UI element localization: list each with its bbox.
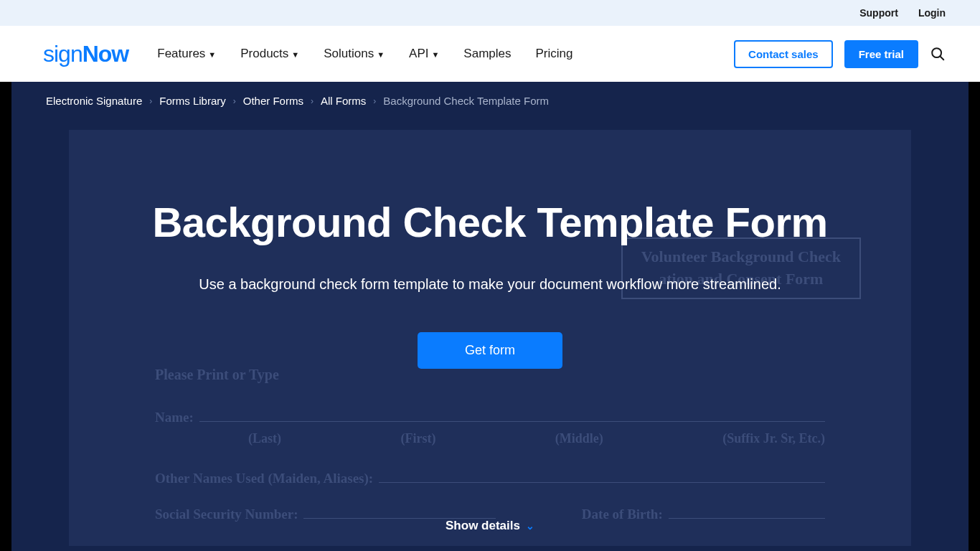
bgdoc-suffix: (Suffix Jr. Sr, Etc.) <box>722 431 825 446</box>
chevron-right-icon: › <box>311 96 314 106</box>
show-details-label: Show details <box>446 519 520 533</box>
logo-text-a: sign <box>43 41 83 67</box>
bgdoc-other-names-row: Other Names Used (Maiden, Aliases): <box>155 471 825 486</box>
bgdoc-name-row: Name: <box>155 410 825 425</box>
utility-topbar: Support Login <box>0 0 980 26</box>
chevron-down-icon: ⌄ <box>526 520 534 532</box>
free-trial-button[interactable]: Free trial <box>844 40 918 68</box>
chevron-down-icon: ▼ <box>208 50 216 59</box>
crumb-forms-library[interactable]: Forms Library <box>159 95 226 107</box>
bgdoc-last: (Last) <box>248 431 281 446</box>
nav-label: Samples <box>463 47 511 61</box>
nav-features[interactable]: Features▼ <box>157 47 216 61</box>
chevron-right-icon: › <box>373 96 376 106</box>
chevron-down-icon: ▼ <box>377 50 385 59</box>
bgdoc-line <box>669 512 825 519</box>
main-navbar: signNow Features▼ Products▼ Solutions▼ A… <box>0 26 980 82</box>
get-form-button[interactable]: Get form <box>418 332 562 369</box>
breadcrumb: Electronic Signature› Forms Library› Oth… <box>11 82 969 107</box>
crumb-current: Background Check Template Form <box>383 95 549 107</box>
nav-pricing[interactable]: Pricing <box>535 47 573 61</box>
crumb-electronic-signature[interactable]: Electronic Signature <box>46 95 142 107</box>
bgdoc-other-names-label: Other Names Used (Maiden, Aliases): <box>155 471 373 486</box>
search-icon[interactable] <box>930 46 946 62</box>
nav-products[interactable]: Products▼ <box>240 47 299 61</box>
nav-samples[interactable]: Samples <box>463 47 511 61</box>
hero-content: Background Check Template Form Use a bac… <box>69 130 911 369</box>
show-details-row: Show details ⌄ <box>69 519 911 533</box>
bgdoc-middle: (Middle) <box>555 431 603 446</box>
crumb-other-forms[interactable]: Other Forms <box>243 95 303 107</box>
nav-right-cluster: Contact sales Free trial <box>734 40 946 68</box>
crumb-all-forms[interactable]: All Forms <box>321 95 366 107</box>
nav-label: Pricing <box>535 47 573 61</box>
show-details-link[interactable]: Show details ⌄ <box>446 519 534 533</box>
bgdoc-name-label: Name: <box>155 410 194 425</box>
chevron-right-icon: › <box>149 96 152 106</box>
brand-logo[interactable]: signNow <box>43 41 128 67</box>
page-title: Background Check Template Form <box>69 200 911 245</box>
nav-solutions[interactable]: Solutions▼ <box>324 47 385 61</box>
nav-label: Features <box>157 47 205 61</box>
support-link[interactable]: Support <box>859 7 898 19</box>
nav-api[interactable]: API▼ <box>409 47 439 61</box>
nav-label: Solutions <box>324 47 374 61</box>
bgdoc-line <box>199 415 825 422</box>
nav-label: Products <box>240 47 288 61</box>
dark-section: Electronic Signature› Forms Library› Oth… <box>11 82 969 551</box>
chevron-down-icon: ▼ <box>431 50 439 59</box>
hero-panel: Volunteer Background Check ation and Con… <box>69 130 911 546</box>
nav-label: API <box>409 47 428 61</box>
primary-nav: Features▼ Products▼ Solutions▼ API▼ Samp… <box>157 47 573 61</box>
bgdoc-line <box>303 512 495 519</box>
bgdoc-name-subrow: (Last) (First) (Middle) (Suffix Jr. Sr, … <box>248 431 825 446</box>
logo-text-b: Now <box>83 41 129 67</box>
page-subtitle: Use a background check form template to … <box>69 274 911 295</box>
svg-line-1 <box>941 57 944 60</box>
chevron-right-icon: › <box>233 96 236 106</box>
chevron-down-icon: ▼ <box>291 50 299 59</box>
bgdoc-first: (First) <box>400 431 435 446</box>
bgdoc-please-print: Please Print or Type <box>155 367 279 383</box>
login-link[interactable]: Login <box>918 7 946 19</box>
bgdoc-line <box>379 476 825 483</box>
contact-sales-button[interactable]: Contact sales <box>734 40 833 68</box>
dark-section-wrap: Electronic Signature› Forms Library› Oth… <box>0 82 980 551</box>
